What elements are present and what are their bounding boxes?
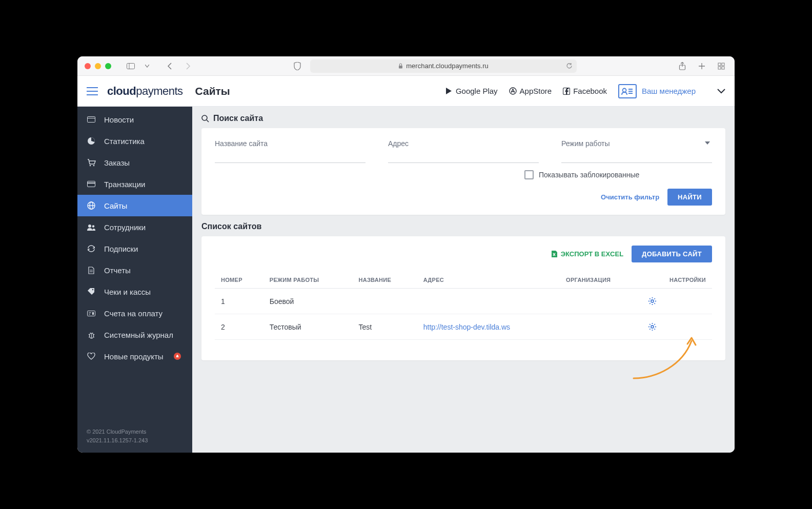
link-google-play[interactable]: Google Play [445, 87, 498, 95]
svg-point-44 [651, 325, 654, 328]
address-input[interactable]: Адрес [388, 139, 539, 163]
svg-rect-10 [722, 67, 724, 69]
svg-rect-0 [127, 63, 135, 69]
svg-point-16 [623, 88, 626, 92]
sidebar-item-label: Системный журнал [104, 331, 173, 339]
cart-icon [87, 159, 96, 167]
sidebar-item-label: Счета на оплату [104, 309, 163, 318]
svg-point-43 [651, 300, 654, 302]
svg-point-30 [88, 225, 91, 228]
table-row: 1 Боевой [215, 289, 712, 314]
site-name-input[interactable]: Название сайта [215, 139, 366, 163]
sidebar-item-label: Транзакции [104, 180, 145, 189]
sidebar-item-label: Подписки [104, 245, 138, 253]
window-close-button[interactable] [85, 63, 91, 69]
settings-gear-icon[interactable] [648, 297, 706, 306]
facebook-icon [563, 88, 570, 95]
refresh-icon [87, 245, 96, 252]
svg-point-34 [92, 289, 93, 290]
sidebar-item-invoices[interactable]: Счета на оплату [77, 302, 192, 324]
privacy-shield-icon[interactable] [294, 62, 301, 70]
users-icon [87, 224, 96, 231]
sidebar-item-label: Заказы [104, 158, 130, 167]
header-expand-button[interactable] [717, 89, 725, 94]
document-icon [87, 267, 96, 274]
sidebar-item-label: Сайты [104, 201, 127, 210]
settings-gear-icon[interactable] [648, 322, 706, 331]
footer-version: v2021.11.16.1257-1.243 [87, 436, 183, 445]
svg-point-41 [202, 115, 207, 120]
card-icon [87, 181, 96, 187]
show-blocked-checkbox[interactable] [524, 170, 534, 179]
reload-icon[interactable] [566, 63, 573, 69]
heart-icon [87, 353, 96, 360]
window-maximize-button[interactable] [105, 63, 111, 69]
svg-point-31 [92, 225, 94, 227]
forward-button[interactable] [182, 60, 194, 72]
col-mode: РЕЖИМ РАБОТЫ [263, 272, 353, 289]
find-button[interactable]: НАЙТИ [667, 189, 712, 206]
search-icon [201, 115, 209, 123]
col-settings: НАСТРОЙКИ [642, 272, 712, 289]
sidebar-item-statistics[interactable]: Статистика [77, 130, 192, 152]
news-icon [87, 116, 96, 123]
svg-point-23 [89, 165, 91, 166]
sidebar-item-transactions[interactable]: Транзакции [77, 173, 192, 195]
manager-button[interactable]: Ваш менеджер [618, 84, 696, 98]
new-tab-icon[interactable] [696, 60, 708, 72]
sidebar-item-news[interactable]: Новости [77, 109, 192, 130]
clear-filter-button[interactable]: Очистить фильтр [601, 193, 659, 201]
sidebar-item-new-products[interactable]: Новые продукты [77, 345, 192, 367]
sidebar-item-label: Чеки и кассы [104, 288, 151, 296]
sidebar-item-label: Отчеты [104, 266, 131, 275]
globe-icon [87, 201, 96, 210]
sidebar-toggle-icon[interactable] [125, 60, 137, 72]
sidebar: Новости Статистика Заказы Транзакции [77, 107, 192, 453]
svg-rect-8 [722, 63, 724, 66]
svg-rect-35 [88, 311, 95, 316]
chart-icon [87, 137, 96, 145]
address-bar[interactable]: merchant.cloudpayments.ru [310, 59, 577, 73]
back-button[interactable] [164, 60, 176, 72]
tabs-overview-icon[interactable] [715, 60, 727, 72]
tag-icon [87, 288, 96, 296]
manager-card-icon [618, 84, 637, 98]
sidebar-item-label: Новости [104, 115, 134, 124]
svg-rect-9 [718, 67, 721, 69]
svg-rect-25 [88, 181, 95, 187]
appstore-icon [509, 87, 517, 95]
svg-rect-20 [88, 117, 95, 123]
sidebar-item-orders[interactable]: Заказы [77, 152, 192, 173]
sidebar-item-sites[interactable]: Сайты [77, 195, 192, 216]
url-text: merchant.cloudpayments.ru [406, 62, 488, 70]
menu-toggle-button[interactable] [87, 87, 98, 95]
site-name-label: Название сайта [215, 139, 366, 148]
link-appstore[interactable]: AppStore [509, 87, 552, 95]
footer-copyright: © 2021 CloudPayments [87, 427, 183, 436]
list-section-title: Список сайтов [201, 222, 261, 231]
col-org: ОРГАНИЗАЦИЯ [560, 272, 642, 289]
window-minimize-button[interactable] [95, 63, 101, 69]
dropdown-chevron-icon[interactable] [141, 60, 153, 72]
share-icon[interactable] [676, 60, 688, 72]
sites-table: НОМЕР РЕЖИМ РАБОТЫ НАЗВАНИЕ АДРЕС ОРГАНИ… [215, 272, 712, 340]
site-address-link[interactable]: http://test-shop-dev.tilda.ws [423, 323, 510, 331]
export-excel-button[interactable]: ЭКСПОРТ В EXCEL [551, 250, 623, 258]
sidebar-item-receipts[interactable]: Чеки и кассы [77, 281, 192, 302]
search-section-title: Поиск сайта [213, 114, 263, 123]
table-row: 2 Тестовый Test http://test-shop-dev.til… [215, 314, 712, 340]
sidebar-item-syslog[interactable]: Системный журнал [77, 324, 192, 345]
sidebar-item-reports[interactable]: Отчеты [77, 259, 192, 281]
add-site-button[interactable]: ДОБАВИТЬ САЙТ [632, 246, 712, 262]
notification-badge [174, 353, 181, 360]
sidebar-item-employees[interactable]: Сотрудники [77, 216, 192, 238]
page-title: Сайты [195, 85, 230, 97]
logo[interactable]: cloudpayments [107, 85, 183, 98]
play-icon [445, 87, 453, 95]
svg-rect-38 [92, 312, 94, 315]
svg-rect-2 [399, 66, 402, 69]
mode-label: Режим работы [561, 139, 712, 148]
link-facebook[interactable]: Facebook [563, 87, 607, 95]
mode-select[interactable]: Режим работы [561, 139, 712, 163]
sidebar-item-subscriptions[interactable]: Подписки [77, 238, 192, 259]
